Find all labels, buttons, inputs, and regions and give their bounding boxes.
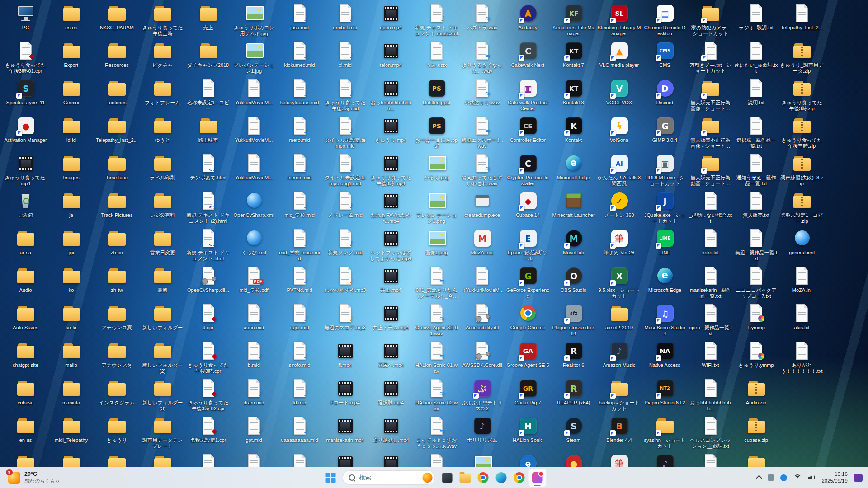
desktop-icon[interactable]: きゅうりボカコレ用サムネ.jpg — [231, 1, 277, 38]
desktop-icon[interactable]: JJQuake.exe - ショートカット — [642, 188, 688, 226]
desktop-icon[interactable]: SSteam — [551, 413, 596, 451]
desktop-icon[interactable]: backup - ショートカット — [596, 376, 642, 413]
desktop-icon[interactable]: open.mp4 — [368, 1, 414, 38]
desktop-icon[interactable] — [322, 451, 368, 467]
desktop-icon[interactable]: Accessibility.dll — [459, 301, 505, 338]
desktop-icon[interactable]: ラベル印刷 — [140, 151, 185, 188]
desktop-icon[interactable]: SLSteinberg Library Manager — [596, 1, 642, 38]
taskbar-app-chrome[interactable] — [474, 468, 492, 487]
desktop-icon[interactable]: きゅうり.mp4 — [368, 113, 414, 151]
desktop-icon[interactable]: ◆きゅうり食ってた午後3時-02.cpr — [185, 376, 231, 413]
desktop-icon[interactable]: PSUntitled.ppsf — [414, 76, 459, 113]
desktop-icon[interactable]: F.ymmp — [733, 301, 779, 338]
desktop-icon[interactable]: ● — [551, 451, 596, 467]
desktop-icon[interactable]: ●Activation Manager — [3, 113, 48, 151]
desktop-icon[interactable]: 売上 — [185, 1, 231, 38]
desktop-icon[interactable]: 家の防犯カメラ - ショートカット — [688, 1, 733, 38]
desktop-icon[interactable]: BBlender 4.4 — [596, 413, 642, 451]
desktop-icon[interactable]: きゅうり食ってた午後三時 — [140, 1, 185, 38]
desktop-icon[interactable]: ϟVoiSona — [596, 113, 642, 151]
desktop-icon[interactable]: ごみ箱 — [3, 188, 48, 226]
desktop-icon[interactable]: e — [505, 451, 551, 467]
desktop-icon[interactable]: AAudacity — [505, 1, 551, 38]
desktop-icon[interactable]: ♫MuseScore Studio 4 — [642, 301, 688, 338]
desktop-icon[interactable]: 無人販売不正行為画像 - ショートカツ... — [688, 76, 733, 113]
desktop-icon[interactable] — [48, 451, 94, 467]
desktop-icon[interactable]: es-es — [48, 1, 94, 38]
desktop-icon[interactable]: WIFI.txt — [688, 338, 733, 376]
desktop-icon[interactable]: ar-sa — [3, 226, 48, 263]
desktop-icon[interactable]: アナウンス夏 — [94, 301, 140, 338]
desktop-icon[interactable]: ≈Groove Agent SE 01.wav — [414, 301, 459, 338]
tray-icon-2[interactable] — [780, 474, 787, 481]
desktop-icon[interactable]: ありがとう！！！！！！.txt — [779, 338, 825, 376]
desktop-icon[interactable]: ≈答え知ってたもずいわこれ.wav — [459, 151, 505, 188]
desktop-icon[interactable]: NANative Access — [642, 338, 688, 376]
desktop-icon[interactable]: 営業日変更 — [140, 226, 185, 263]
desktop-icon[interactable]: 無題 - 親作品一覧.txt — [733, 226, 779, 263]
desktop-icon[interactable]: DDiscord — [642, 76, 688, 113]
desktop-icon[interactable] — [140, 451, 185, 467]
desktop-icon[interactable]: open - 親作品一覧.txt — [688, 301, 733, 338]
desktop-icon[interactable]: KTKontakt 7 — [551, 38, 596, 76]
desktop-icon[interactable]: NT2Piapro Studio NT2 — [642, 376, 688, 413]
desktop-icon[interactable]: Fコード.mp4 — [322, 376, 368, 413]
hidden-icons-chevron-icon[interactable] — [756, 475, 762, 481]
desktop-icon[interactable]: ≈HALion Sonic 02.wav — [414, 376, 459, 413]
desktop-icon[interactable]: ♪PVTNd.mid — [277, 263, 322, 301]
desktop-icon[interactable] — [459, 451, 505, 467]
desktop-icon[interactable]: ゆうと — [140, 113, 185, 151]
desktop-icon[interactable]: ♪rajio.mid — [277, 301, 322, 338]
desktop-icon[interactable]: ♪kotusytuaaus.mid — [277, 76, 322, 113]
taskbar-app-file-explorer[interactable] — [456, 468, 474, 487]
desktop-icon[interactable]: X9.5.xlsx - ショートカット — [596, 263, 642, 301]
desktop-icon[interactable]: MMoZA.exe — [459, 226, 505, 263]
desktop-icon[interactable] — [733, 451, 779, 467]
desktop-icon[interactable]: ≈新規エクスポート.wav — [459, 113, 505, 151]
desktop-icon[interactable]: 調声用データテンプレート — [140, 413, 185, 451]
desktop-icon[interactable]: YukkuriMovieM... — [231, 151, 277, 188]
desktop-icon[interactable]: フォトフレーム — [140, 76, 185, 113]
desktop-icon[interactable]: maniuta — [48, 376, 94, 413]
desktop-icon[interactable]: ≈パズドラ.wav — [459, 1, 505, 38]
desktop-icon[interactable]: HHALion Sonic — [505, 413, 551, 451]
desktop-icon[interactable]: レジ袋有料 — [140, 188, 185, 226]
desktop-icon[interactable]: Google Chrome — [505, 301, 551, 338]
desktop-icon[interactable]: かるく.png — [414, 151, 459, 188]
desktop-icon[interactable]: ♪メドレー風.mid — [322, 188, 368, 226]
start-button[interactable] — [322, 468, 340, 487]
desktop-icon[interactable]: おっhhhhhhhhhhhh... — [688, 376, 733, 413]
desktop-icon[interactable]: ♪タイトル未設定.tempo.mid — [322, 113, 368, 151]
desktop-icon[interactable]: 路上駐車 — [185, 113, 231, 151]
tray-icon-1[interactable] — [768, 474, 774, 481]
desktop-icon[interactable]: 羽尻へ.mp4 — [368, 338, 414, 376]
desktop-icon[interactable]: 調声練習(失敗)_3.zip — [779, 151, 825, 188]
desktop-icon[interactable]: 無人販売不正行為動画 - ショートカット — [688, 151, 733, 188]
clock[interactable]: 10:16 2025/09/19 — [821, 471, 848, 484]
desktop-icon[interactable]: teion.mp4 — [368, 38, 414, 76]
desktop-icon[interactable]: EEpson 接続診断ツール — [505, 226, 551, 263]
taskbar-app-active-purple-app[interactable] — [528, 468, 547, 487]
desktop-icon[interactable]: だれもFXVれたやつ.mp4 — [368, 188, 414, 226]
desktop-icon[interactable]: GGeForce Experience — [505, 263, 551, 301]
desktop-icon[interactable]: CEController Editor — [505, 113, 551, 151]
desktop-icon[interactable]: RReaktor 6 — [551, 338, 596, 376]
desktop-icon[interactable]: 説明.txt — [733, 76, 779, 113]
desktop-icon[interactable]: ぷぷよぷよ™テトリス® 2 — [459, 376, 505, 413]
desktop-icon[interactable]: ▤Chrome Remote Desktop — [642, 1, 688, 38]
desktop-icon[interactable]: ♪gpt.mid — [231, 413, 277, 451]
desktop-icon[interactable]: airset2-2019 — [596, 301, 642, 338]
desktop-icon[interactable]: 選択肢.mp4 — [368, 376, 414, 413]
desktop-icon[interactable]: 通知うぜえ - 親作品一覧.txt — [733, 151, 779, 188]
desktop-icon[interactable]: runtimes — [94, 76, 140, 113]
desktop-icon[interactable]: ピクチャ — [140, 38, 185, 76]
desktop-icon[interactable]: ♪タイトル未設定.tempo.ong1.mid — [322, 151, 368, 188]
desktop-icon[interactable]: 無人販売.txt — [733, 188, 779, 226]
desktop-icon[interactable]: ♪aorin.mid — [231, 301, 277, 338]
desktop-icon[interactable]: 画像1.png — [414, 226, 459, 263]
desktop-icon[interactable]: ♪jusu.mid — [277, 1, 322, 38]
desktop-icon[interactable]: manisekarin - 親作品一覧.txt — [688, 263, 733, 301]
desktop-icon[interactable]: ♪ — [642, 451, 688, 467]
desktop-icon[interactable]: 死にたい_ゅ歌詞.txt — [733, 38, 779, 76]
desktop-icon[interactable]: 最新 — [140, 263, 185, 301]
